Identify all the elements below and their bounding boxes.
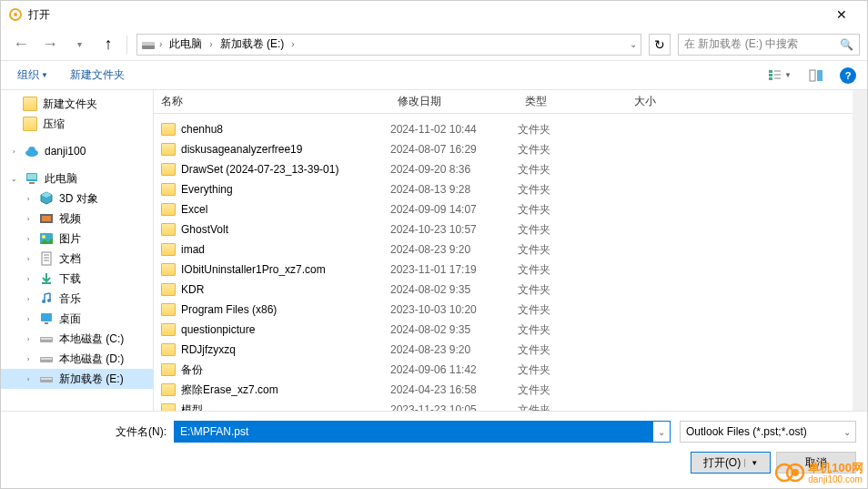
preview-button[interactable] (803, 65, 829, 87)
search-input[interactable]: 在 新加载卷 (E:) 中搜索 🔍 (678, 34, 860, 56)
file-row[interactable]: 擦除Erase_xz7.com 2024-04-23 16:58 文件夹 (154, 380, 853, 400)
file-date: 2024-09-06 11:42 (390, 363, 518, 376)
folder-icon (161, 183, 176, 196)
chevron-right-icon: › (291, 39, 294, 49)
folder-icon (161, 123, 176, 136)
tree-video[interactable]: ›视频 (1, 209, 153, 229)
file-row[interactable]: IObitUninstaller1Pro_xz7.com 2023-11-01 … (154, 260, 853, 280)
file-row[interactable]: Excel 2024-09-09 14:07 文件夹 (154, 199, 853, 219)
file-date: 2024-08-23 9:20 (390, 343, 518, 356)
file-type: 文件夹 (518, 122, 627, 138)
file-row[interactable]: questionpicture 2024-08-02 9:35 文件夹 (154, 320, 853, 340)
svg-rect-3 (142, 42, 155, 46)
desktop-icon (39, 311, 54, 326)
filename-input[interactable]: E:\MPFAN.pst ⌄ (174, 421, 671, 443)
file-row[interactable]: RDJjfzyxzq 2024-08-23 9:20 文件夹 (154, 340, 853, 360)
close-button[interactable]: ✕ (823, 1, 860, 28)
svg-rect-18 (42, 216, 51, 221)
file-row[interactable]: DrawSet (2024-07-23_13-39-01) 2024-09-20… (154, 159, 853, 179)
filelist[interactable]: chenhu8 2024-11-02 10:44 文件夹 diskusagean… (154, 114, 853, 411)
tree-compress[interactable]: 压缩 (1, 114, 153, 134)
pictures-icon (39, 231, 54, 246)
breadcrumb[interactable]: › 此电脑 › 新加载卷 (E:) › ⌄ (136, 34, 641, 56)
up-button[interactable]: ↑ (96, 32, 121, 57)
download-icon (39, 271, 54, 286)
col-type[interactable]: 类型 (518, 90, 627, 113)
bottombar: 文件名(N): E:\MPFAN.pst ⌄ Outlook Files (*.… (1, 411, 867, 484)
view-button[interactable]: ▼ (767, 65, 792, 87)
file-name: imad (161, 243, 390, 256)
tree-diskc[interactable]: ›本地磁盘 (C:) (1, 329, 153, 349)
file-type: 文件夹 (518, 202, 627, 218)
file-row[interactable]: 模型 2023-11-23 10:05 文件夹 (154, 400, 853, 411)
doc-icon (39, 251, 54, 266)
open-button[interactable]: 打开(O)▼ (691, 452, 771, 474)
col-name[interactable]: 名称 (154, 90, 390, 113)
navbar: ← → ▾ ↑ › 此电脑 › 新加载卷 (E:) › ⌄ ↻ 在 新加载卷 (… (1, 28, 867, 61)
svg-point-1 (14, 13, 17, 16)
organize-button[interactable]: 组织▼ (12, 64, 54, 87)
column-headers: 名称 修改日期 类型 大小 (154, 90, 853, 114)
drive-icon (141, 37, 156, 52)
tree-pictures[interactable]: ›图片 (1, 229, 153, 249)
file-row[interactable]: Everything 2024-08-13 9:28 文件夹 (154, 179, 853, 199)
tree-thispc[interactable]: ⌄此电脑 (1, 168, 153, 188)
titlebar: 打开 ✕ (1, 1, 867, 28)
tree-documents[interactable]: ›文档 (1, 249, 153, 269)
file-date: 2023-11-23 10:05 (390, 403, 518, 411)
scrollbar[interactable] (853, 90, 867, 411)
tree-downloads[interactable]: ›下载 (1, 269, 153, 289)
file-type: 文件夹 (518, 342, 627, 358)
tree-music[interactable]: ›音乐 (1, 289, 153, 309)
tree-newfolder[interactable]: 新建文件夹 (1, 94, 153, 114)
svg-rect-31 (41, 338, 52, 340)
file-type: 文件夹 (518, 322, 627, 338)
tree-3dobjects[interactable]: ›3D 对象 (1, 188, 153, 209)
file-name: DrawSet (2024-07-23_13-39-01) (161, 163, 390, 176)
tree-desktop[interactable]: ›桌面 (1, 309, 153, 329)
newfolder-button[interactable]: 新建文件夹 (65, 64, 130, 87)
file-type: 文件夹 (518, 302, 627, 318)
tree-diskd[interactable]: ›本地磁盘 (D:) (1, 349, 153, 369)
folder-icon (161, 383, 176, 396)
file-row[interactable]: Program Files (x86) 2023-10-03 10:20 文件夹 (154, 300, 853, 320)
cancel-button[interactable]: 取消 (776, 452, 856, 474)
recent-dropdown[interactable]: ▾ (66, 32, 92, 57)
forward-button[interactable]: → (37, 32, 63, 57)
svg-rect-15 (27, 174, 36, 179)
filter-dropdown[interactable]: ⌄ (839, 427, 855, 437)
file-row[interactable]: chenhu8 2024-11-02 10:44 文件夹 (154, 119, 853, 139)
file-name: RDJjfzyxzq (161, 343, 390, 356)
file-row[interactable]: diskusageanalyzerfree19 2024-08-07 16:29… (154, 139, 853, 159)
file-row[interactable]: GhostVolt 2024-10-23 10:57 文件夹 (154, 219, 853, 239)
file-row[interactable]: KDR 2024-08-02 9:35 文件夹 (154, 280, 853, 300)
file-type: 文件夹 (518, 142, 627, 158)
file-row[interactable]: imad 2024-08-23 9:20 文件夹 (154, 239, 853, 260)
folder-icon (161, 403, 176, 411)
col-size[interactable]: 大小 (627, 90, 853, 113)
file-name: Program Files (x86) (161, 303, 390, 316)
filter-select[interactable]: Outlook Files (*.pst;*.ost) ⌄ (680, 421, 856, 443)
tree-danji[interactable]: ›danji100 (1, 141, 153, 161)
breadcrumb-dropdown[interactable]: ⌄ (630, 39, 637, 49)
cloud-icon (25, 144, 39, 158)
folder-icon (161, 203, 176, 216)
back-button[interactable]: ← (8, 32, 34, 57)
breadcrumb-drive[interactable]: 新加载卷 (E:) (217, 35, 288, 54)
refresh-button[interactable]: ↻ (649, 34, 671, 56)
music-icon (39, 291, 54, 306)
filename-label: 文件名(N): (12, 424, 167, 440)
svg-rect-29 (45, 322, 48, 324)
breadcrumb-pc[interactable]: 此电脑 (166, 35, 206, 54)
file-row[interactable]: 备份 2024-09-06 11:42 文件夹 (154, 360, 853, 380)
help-button[interactable]: ? (840, 67, 856, 84)
svg-rect-28 (41, 313, 52, 321)
file-name: 模型 (161, 402, 390, 412)
col-date[interactable]: 修改日期 (390, 90, 518, 113)
filename-value[interactable]: E:\MPFAN.pst (175, 422, 653, 442)
filename-dropdown[interactable]: ⌄ (653, 427, 670, 437)
svg-rect-33 (41, 358, 52, 360)
file-date: 2024-08-23 9:20 (390, 243, 518, 256)
svg-point-20 (42, 235, 45, 239)
tree-diske[interactable]: ›新加载卷 (E:) (1, 369, 153, 389)
